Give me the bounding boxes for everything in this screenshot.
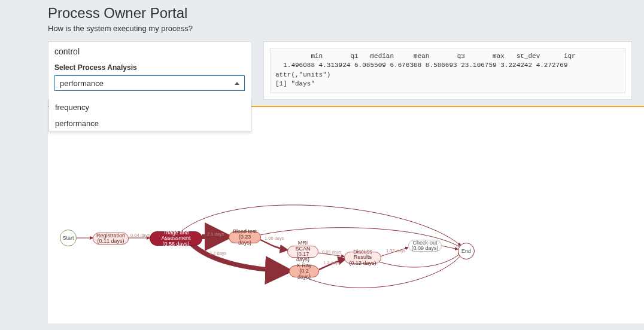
dropdown-option-performance[interactable]: performance <box>49 115 251 132</box>
node-mriscan: MRI SCAN (0.17 days) <box>287 246 318 258</box>
node-bloodtest: Blood test (0.23 days) <box>229 231 261 243</box>
diagram-panel: Expand <box>48 107 644 323</box>
node-triage: Triage and Assessment (0.56 days) <box>150 231 202 246</box>
select-analysis-label: Select Process Analysis <box>54 63 245 72</box>
control-panel-title: control <box>48 42 251 61</box>
node-registration: Registration (0.11 days) <box>93 233 129 245</box>
node-discuss-label: Discuss Results <box>347 249 378 261</box>
node-xray-sub: (0.2 days) <box>292 268 316 280</box>
edge-label: 2.2 days <box>209 250 226 256</box>
edge-label: 0.86 days <box>322 249 342 255</box>
edge-label: 1.2 days <box>323 260 340 265</box>
node-start: Start <box>60 230 77 246</box>
node-discuss-sub: (0.12 days) <box>349 261 376 266</box>
diagram-edges <box>54 126 628 317</box>
node-triage-label: Triage and Assessment <box>153 230 199 242</box>
process-diagram: Start Registration (0.11 days) Triage an… <box>54 126 628 317</box>
node-mriscan-label: MRI SCAN <box>290 240 315 252</box>
stats-output: min q1 median mean q3 max st_dev iqr 1.4… <box>270 48 625 93</box>
node-discuss: Discuss Results (0.12 days) <box>344 252 381 264</box>
process-analysis-dropdown: frequency performance <box>48 99 251 132</box>
chevron-up-icon[interactable] <box>235 82 239 85</box>
control-panel: control Select Process Analysis frequenc… <box>48 41 251 100</box>
node-checkout-sub: (0.09 days) <box>411 246 438 251</box>
node-xray: X-Ray (0.2 days) <box>289 265 319 277</box>
node-checkout: Check-out (0.09 days) <box>408 240 442 252</box>
page-subtitle: How is the system executing my process? <box>48 24 644 33</box>
dropdown-option-frequency[interactable]: frequency <box>49 99 251 115</box>
node-end: End <box>458 243 475 259</box>
process-analysis-combo[interactable] <box>54 75 245 91</box>
node-triage-sub: (0.56 days) <box>162 242 189 247</box>
node-mriscan-sub: (0.17 days) <box>290 252 315 263</box>
edge-label: 0.04 days <box>130 233 150 238</box>
edge-label: 1.32 days <box>386 248 406 253</box>
node-bloodtest-sub: (0.23 days) <box>232 234 258 246</box>
node-registration-sub: (0.11 days) <box>97 239 124 244</box>
edge-label: 2.1 days <box>207 231 224 237</box>
edge-label: 1.06 days <box>265 236 284 241</box>
stats-panel: min q1 median mean q3 max st_dev iqr 1.4… <box>263 41 632 100</box>
process-analysis-input[interactable] <box>60 79 235 88</box>
page-title: Process Owner Portal <box>48 5 644 22</box>
